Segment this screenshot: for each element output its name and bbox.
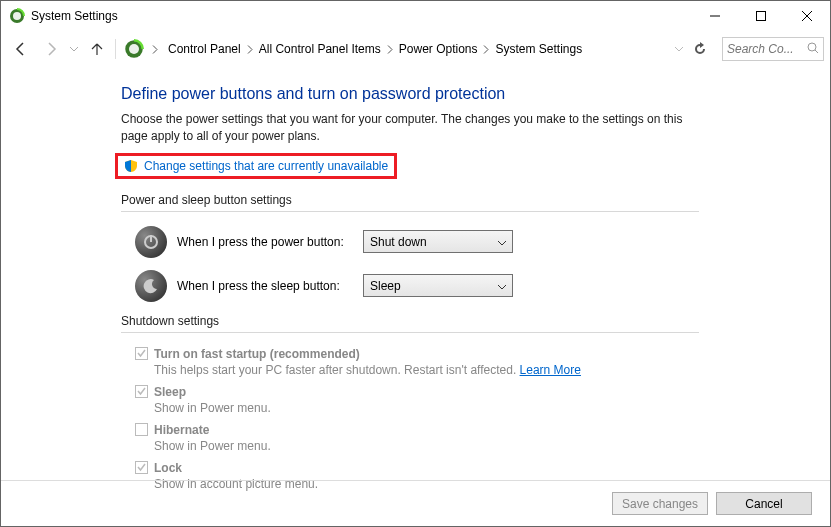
option-title: Sleep — [154, 385, 186, 399]
titlebar: System Settings — [1, 1, 830, 31]
breadcrumb-item[interactable]: Control Panel — [164, 38, 245, 60]
option-title: Turn on fast startup (recommended) — [154, 347, 360, 361]
change-settings-link[interactable]: Change settings that are currently unava… — [144, 159, 388, 173]
back-button[interactable] — [7, 35, 35, 63]
chevron-down-icon — [498, 279, 506, 293]
option-title: Lock — [154, 461, 182, 475]
page-intro: Choose the power settings that you want … — [121, 111, 701, 145]
svg-line-9 — [815, 50, 818, 53]
dropdown-value: Shut down — [370, 235, 427, 249]
lock-checkbox — [135, 461, 148, 474]
footer: Save changes Cancel — [1, 480, 830, 526]
fast-startup-option: Turn on fast startup (recommended) This … — [135, 347, 701, 377]
svg-point-1 — [13, 12, 21, 20]
separator — [115, 39, 116, 59]
sleep-option: Sleep Show in Power menu. — [135, 385, 701, 415]
sleep-button-dropdown[interactable]: Sleep — [363, 274, 513, 297]
option-desc: This helps start your PC faster after sh… — [154, 363, 701, 377]
app-icon — [9, 8, 25, 24]
address-dropdown[interactable] — [672, 35, 686, 63]
close-button[interactable] — [784, 1, 830, 31]
chevron-right-icon[interactable] — [385, 45, 395, 54]
power-button-label: When I press the power button: — [177, 235, 357, 249]
sleep-icon — [135, 270, 167, 302]
search-icon[interactable] — [807, 42, 819, 57]
content-area: Define power buttons and turn on passwor… — [1, 67, 701, 491]
sleep-button-label: When I press the sleep button: — [177, 279, 357, 293]
sleep-checkbox — [135, 385, 148, 398]
recent-locations-dropdown[interactable] — [67, 35, 81, 63]
maximize-button[interactable] — [738, 1, 784, 31]
section-divider — [121, 332, 699, 333]
section-divider — [121, 211, 699, 212]
address-bar-icon — [124, 39, 144, 59]
minimize-button[interactable] — [692, 1, 738, 31]
up-button[interactable] — [83, 35, 111, 63]
power-button-dropdown[interactable]: Shut down — [363, 230, 513, 253]
breadcrumb-item[interactable]: All Control Panel Items — [255, 38, 385, 60]
power-icon — [135, 226, 167, 258]
breadcrumb-item[interactable]: System Settings — [491, 38, 586, 60]
fast-startup-checkbox — [135, 347, 148, 360]
page-title: Define power buttons and turn on passwor… — [121, 85, 701, 103]
sleep-button-row: When I press the sleep button: Sleep — [135, 270, 701, 302]
hibernate-checkbox — [135, 423, 148, 436]
breadcrumb: Control Panel All Control Panel Items Po… — [162, 38, 670, 60]
shutdown-section-title: Shutdown settings — [121, 314, 701, 328]
cancel-button[interactable]: Cancel — [716, 492, 812, 515]
option-desc: Show in Power menu. — [154, 439, 701, 453]
learn-more-link[interactable]: Learn More — [520, 363, 581, 377]
svg-rect-3 — [757, 12, 766, 21]
power-button-row: When I press the power button: Shut down — [135, 226, 701, 258]
shield-icon — [124, 159, 138, 173]
forward-button[interactable] — [37, 35, 65, 63]
search-box[interactable] — [722, 37, 824, 61]
navbar: Control Panel All Control Panel Items Po… — [1, 31, 830, 67]
dropdown-value: Sleep — [370, 279, 401, 293]
search-input[interactable] — [727, 42, 797, 56]
hibernate-option: Hibernate Show in Power menu. — [135, 423, 701, 453]
svg-point-8 — [808, 43, 816, 51]
option-desc: Show in Power menu. — [154, 401, 701, 415]
svg-point-7 — [129, 44, 139, 54]
chevron-right-icon[interactable] — [150, 45, 160, 54]
button-section-title: Power and sleep button settings — [121, 193, 701, 207]
chevron-down-icon — [498, 235, 506, 249]
chevron-right-icon[interactable] — [245, 45, 255, 54]
option-title: Hibernate — [154, 423, 209, 437]
save-changes-button[interactable]: Save changes — [612, 492, 708, 515]
breadcrumb-item[interactable]: Power Options — [395, 38, 482, 60]
window-title: System Settings — [31, 9, 118, 23]
refresh-button[interactable] — [688, 37, 712, 61]
chevron-right-icon[interactable] — [481, 45, 491, 54]
highlighted-link-annotation: Change settings that are currently unava… — [115, 153, 397, 179]
